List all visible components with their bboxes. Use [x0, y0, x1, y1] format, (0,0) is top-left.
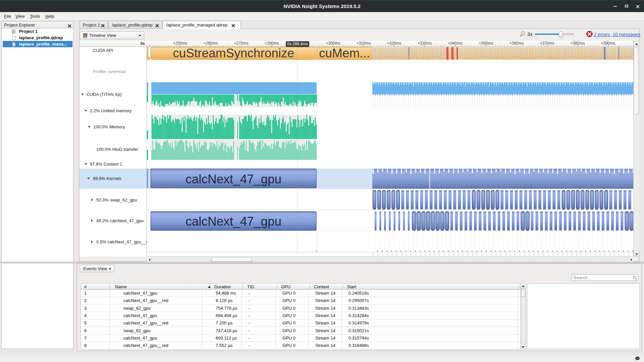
svg-text:calcNext_47_gpu: calcNext_47_gpu: [185, 172, 281, 186]
svg-text:cuStreamSynchronize: cuStreamSynchronize: [173, 47, 294, 60]
svg-text:cuMem...: cuMem...: [319, 47, 370, 60]
svg-text:calcNext_47_gpu: calcNext_47_gpu: [185, 215, 281, 228]
